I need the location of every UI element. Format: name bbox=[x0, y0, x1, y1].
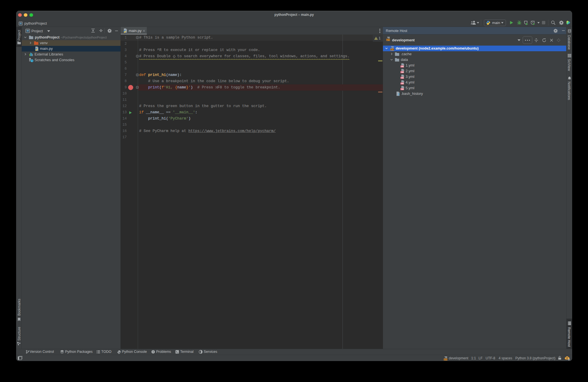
svg-text:?: ? bbox=[398, 93, 400, 96]
